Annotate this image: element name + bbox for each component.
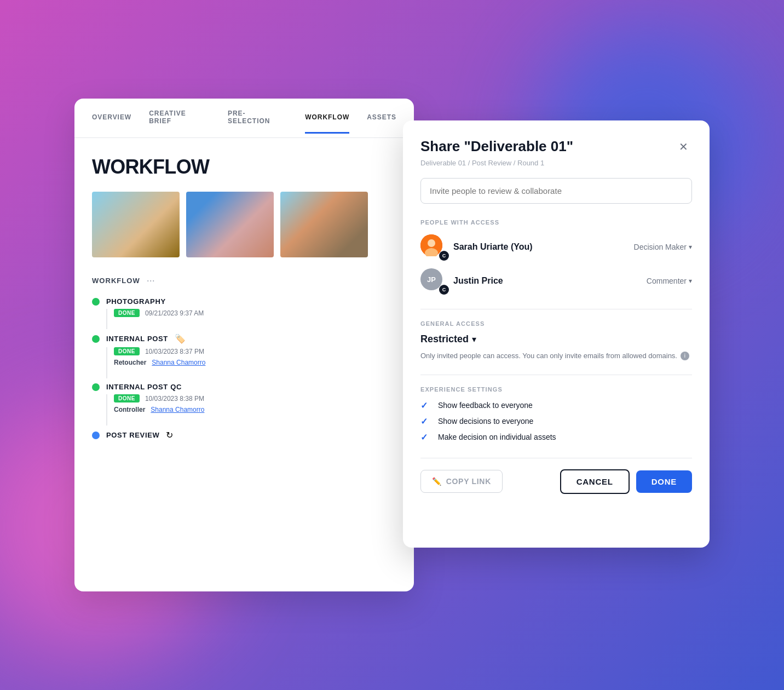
step-icon-internal-post: 🏷️: [175, 334, 186, 344]
step-dot-photography: [92, 298, 100, 306]
restricted-row: Restricted ▾: [420, 334, 692, 345]
nav-tabs: OVERVIEW CREATIVE BRIEF PRE-SELECTION WO…: [74, 99, 414, 138]
step-details-internal-post: DONE 10/03/2023 8:37 PM Retoucher Shanna…: [106, 347, 396, 378]
step-details-photography: DONE 09/21/2023 9:37 AM: [106, 309, 396, 329]
step-date-internal-post: 10/03/2023 8:37 PM: [145, 348, 204, 355]
tab-workflow[interactable]: WORKFLOW: [305, 102, 349, 134]
people-with-access-title: PEOPLE WITH ACCESS: [420, 219, 692, 226]
gallery-image-3: [280, 192, 368, 257]
step-person-internal-post-qc[interactable]: Shanna Chamorro: [151, 406, 204, 413]
experience-section: EXPERIENCE SETTINGS ✓ Show feedback to e…: [420, 386, 692, 442]
step-name-internal-post-qc: INTERNAL POST QC: [106, 383, 182, 391]
tab-pre-selection[interactable]: PRE-SELECTION: [228, 99, 287, 137]
step-name-internal-post: INTERNAL POST: [106, 335, 168, 343]
step-internal-post-qc: INTERNAL POST QC DONE 10/03/2023 8:38 PM…: [92, 383, 396, 430]
experience-item-3: ✓ Make decision on individual assets: [420, 432, 692, 442]
person-row-sarah: C Sarah Uriarte (You) Decision Maker ▾: [420, 234, 692, 260]
step-dot-internal-post: [92, 335, 100, 343]
role-label-justin: Commenter: [647, 277, 687, 285]
role-dropdown-sarah[interactable]: Decision Maker ▾: [634, 243, 692, 251]
copy-link-button[interactable]: ✏️ COPY LINK: [420, 470, 503, 493]
workflow-panel: OVERVIEW CREATIVE BRIEF PRE-SELECTION WO…: [74, 99, 414, 591]
experience-item-1: ✓ Show feedback to everyone: [420, 400, 692, 411]
person-row-justin: JP C Justin Price Commenter ▾: [420, 268, 692, 294]
copy-link-label: COPY LINK: [446, 477, 491, 486]
more-options-icon[interactable]: ···: [147, 275, 155, 286]
avatar-justin: JP C: [420, 268, 446, 294]
experience-item-text-1: Show feedback to everyone: [438, 401, 533, 410]
divider-2: [420, 375, 692, 375]
experience-item-2: ✓ Show decisions to everyone: [420, 416, 692, 427]
role-dropdown-justin[interactable]: Commenter ▾: [647, 277, 692, 285]
access-description: Only invited people can access. You can …: [420, 350, 692, 361]
check-icon-2: ✓: [420, 416, 431, 427]
share-dialog: Share "Deliverable 01" ✕ Deliverable 01 …: [403, 120, 710, 548]
workflow-section-header: WORKFLOW ···: [92, 275, 396, 286]
dialog-header: Share "Deliverable 01" ✕: [420, 138, 692, 156]
initials-justin: JP: [427, 275, 436, 284]
tab-overview[interactable]: OVERVIEW: [92, 102, 131, 134]
badge-done-photography: DONE: [114, 309, 140, 317]
experience-items: ✓ Show feedback to everyone ✓ Show decis…: [420, 400, 692, 442]
invite-input[interactable]: [420, 178, 692, 204]
step-post-review: POST REVIEW ↻: [92, 430, 396, 448]
step-photography: PHOTOGRAPHY DONE 09/21/2023 9:37 AM: [92, 297, 396, 334]
step-dot-internal-post-qc: [92, 383, 100, 391]
tab-creative-brief[interactable]: CREATIVE BRIEF: [149, 99, 210, 137]
workflow-title: WORKFLOW: [92, 156, 396, 179]
dropdown-arrow-justin: ▾: [689, 277, 692, 285]
close-button[interactable]: ✕: [675, 138, 692, 156]
badge-done-internal-post-qc: DONE: [114, 394, 140, 403]
image-gallery: [92, 192, 396, 257]
cancel-button[interactable]: CANCEL: [560, 469, 630, 494]
svg-point-1: [428, 239, 435, 247]
step-date-internal-post-qc: 10/03/2023 8:38 PM: [145, 395, 204, 403]
general-access-label: GENERAL ACCESS: [420, 320, 692, 327]
check-icon-3: ✓: [420, 432, 431, 442]
divider-1: [420, 309, 692, 309]
avatar-badge-sarah: C: [439, 251, 449, 261]
workflow-steps: PHOTOGRAPHY DONE 09/21/2023 9:37 AM INTE…: [92, 297, 396, 448]
check-icon-1: ✓: [420, 400, 431, 411]
step-internal-post: INTERNAL POST 🏷️ DONE 10/03/2023 8:37 PM…: [92, 334, 396, 383]
role-label-sarah: Decision Maker: [634, 243, 687, 251]
restricted-dropdown-arrow[interactable]: ▾: [472, 334, 476, 344]
step-name-post-review: POST REVIEW: [106, 431, 159, 439]
step-role-internal-post-qc: Controller: [114, 406, 145, 413]
dropdown-arrow-sarah: ▾: [689, 243, 692, 251]
step-person-internal-post[interactable]: Shanna Chamorro: [152, 359, 205, 366]
gallery-image-2: [186, 192, 274, 257]
step-dot-post-review: [92, 432, 100, 439]
link-icon: ✏️: [432, 477, 442, 486]
workflow-section-label: WORKFLOW: [92, 277, 140, 285]
step-icon-post-review: ↻: [166, 430, 173, 440]
person-name-sarah: Sarah Uriarte (You): [453, 242, 626, 252]
step-role-internal-post: Retoucher: [114, 359, 146, 366]
person-name-justin: Justin Price: [453, 276, 639, 286]
tab-assets[interactable]: ASSETS: [367, 102, 396, 134]
dialog-breadcrumb: Deliverable 01 / Post Review / Round 1: [420, 159, 692, 167]
step-date-photography: 09/21/2023 9:37 AM: [145, 309, 204, 317]
restricted-text: Restricted: [420, 334, 469, 345]
avatar-sarah: C: [420, 234, 446, 260]
dialog-title: Share "Deliverable 01": [420, 138, 573, 155]
gallery-image-1: [92, 192, 180, 257]
experience-settings-title: EXPERIENCE SETTINGS: [420, 386, 692, 393]
avatar-badge-justin: C: [439, 285, 449, 295]
info-icon: i: [681, 352, 689, 360]
done-button[interactable]: DONE: [636, 470, 692, 493]
badge-done-internal-post: DONE: [114, 347, 140, 355]
step-name-photography: PHOTOGRAPHY: [106, 297, 166, 306]
experience-item-text-2: Show decisions to everyone: [438, 417, 533, 426]
dialog-footer: ✏️ COPY LINK CANCEL DONE: [420, 458, 692, 494]
experience-item-text-3: Make decision on individual assets: [438, 433, 556, 441]
step-details-internal-post-qc: DONE 10/03/2023 8:38 PM Controller Shann…: [106, 394, 396, 426]
people-list: C Sarah Uriarte (You) Decision Maker ▾ J…: [420, 234, 692, 294]
